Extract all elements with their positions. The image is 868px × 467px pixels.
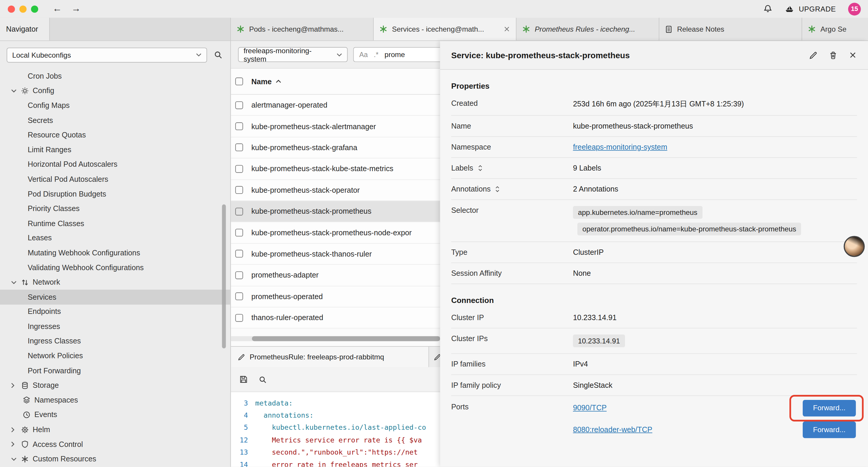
kubeconfig-selector[interactable]: Local Kubeconfigs bbox=[6, 47, 207, 62]
row-checkbox[interactable] bbox=[235, 207, 243, 215]
row-checkbox[interactable] bbox=[235, 271, 243, 279]
table-row[interactable]: prometheus-adapter bbox=[231, 265, 440, 286]
expand-toggle-icon[interactable] bbox=[478, 165, 483, 172]
row-checkbox[interactable] bbox=[235, 101, 243, 109]
window-close-button[interactable] bbox=[8, 5, 15, 12]
column-header-name[interactable]: Name bbox=[251, 77, 281, 85]
sidebar-item-access-control[interactable]: Access Control bbox=[0, 437, 230, 451]
sidebar-item-custom-resources[interactable]: Custom Resources bbox=[0, 451, 230, 466]
sidebar-item-config[interactable]: Config bbox=[0, 83, 230, 98]
chevron-right-icon[interactable] bbox=[11, 442, 17, 447]
sidebar-item-network-policies[interactable]: Network Policies bbox=[0, 348, 230, 363]
row-checkbox[interactable] bbox=[235, 314, 243, 322]
sidebar-item-helm[interactable]: Helm bbox=[0, 422, 230, 437]
table-row[interactable]: kube-prometheus-stack-prometheus bbox=[231, 201, 440, 222]
list-search-input[interactable]: Aa .* prome bbox=[353, 47, 440, 62]
sidebar-item-network[interactable]: Network bbox=[0, 275, 230, 290]
table-row[interactable]: kube-prometheus-stack-kube-state-metrics bbox=[231, 158, 440, 180]
port-link[interactable]: 9090/TCP bbox=[573, 404, 607, 412]
tab-close-icon[interactable] bbox=[503, 25, 510, 32]
tab-prometheus-rules-icecheng[interactable]: Prometheus Rules - icecheng... bbox=[517, 18, 659, 40]
sidebar-item-definitions[interactable]: Definitions bbox=[0, 466, 230, 467]
sidebar-item-ingress-classes[interactable]: Ingress Classes bbox=[0, 334, 230, 348]
window-minimize-button[interactable] bbox=[20, 5, 27, 12]
row-checkbox[interactable] bbox=[235, 122, 243, 130]
chevron-right-icon[interactable] bbox=[11, 382, 17, 388]
row-checkbox[interactable] bbox=[235, 186, 243, 194]
editor-line: 4 annotations: bbox=[231, 409, 440, 421]
sidebar-item-ingresses[interactable]: Ingresses bbox=[0, 319, 230, 334]
select-all-checkbox[interactable] bbox=[235, 78, 243, 85]
chevron-down-icon[interactable] bbox=[11, 281, 17, 284]
navigator-panel-tab[interactable]: Navigator bbox=[0, 18, 50, 40]
tab-argo-se[interactable]: Argo Se bbox=[802, 18, 868, 40]
sidebar-item-storage[interactable]: Storage bbox=[0, 378, 230, 393]
editor-search-icon[interactable] bbox=[258, 375, 267, 383]
notifications-bell-icon[interactable] bbox=[764, 4, 772, 13]
window-zoom-button[interactable] bbox=[31, 5, 38, 12]
upgrade-button[interactable]: UPGRADE bbox=[784, 5, 836, 13]
sidebar-item-events[interactable]: Events bbox=[0, 407, 230, 422]
row-checkbox[interactable] bbox=[235, 165, 243, 173]
namespace-filter[interactable]: freeleaps-monitoring-system bbox=[238, 47, 348, 62]
table-row[interactable]: kube-prometheus-stack-thanos-ruler bbox=[231, 243, 440, 265]
save-icon[interactable] bbox=[239, 375, 248, 384]
table-row[interactable]: prometheus-operated bbox=[231, 286, 440, 308]
row-checkbox[interactable] bbox=[235, 250, 243, 258]
scrollbar-thumb[interactable] bbox=[252, 337, 440, 341]
yaml-editor[interactable]: 3metadata:4 annotations:5 kubectl.kubern… bbox=[231, 392, 440, 467]
match-case-toggle[interactable]: Aa bbox=[359, 51, 368, 58]
back-button[interactable]: ← bbox=[53, 3, 62, 14]
table-row[interactable]: alertmanager-operated bbox=[231, 95, 440, 116]
tab-pods-icecheng-mathmas[interactable]: Pods - icecheng@mathmas... bbox=[231, 18, 373, 40]
row-checkbox[interactable] bbox=[235, 229, 243, 236]
chevron-down-icon[interactable] bbox=[11, 457, 17, 461]
avatar[interactable] bbox=[844, 236, 865, 257]
table-row[interactable]: kube-prometheus-stack-alertmanager bbox=[231, 116, 440, 137]
tab-release-notes[interactable]: Release Notes bbox=[659, 18, 802, 40]
sidebar-item-port-forwarding[interactable]: Port Forwarding bbox=[0, 363, 230, 378]
sidebar-item-config-maps[interactable]: Config Maps bbox=[0, 98, 230, 113]
chevron-right-icon[interactable] bbox=[11, 427, 17, 432]
sidebar-item-services[interactable]: Services bbox=[0, 290, 230, 304]
sidebar-item-vertical-pod-autoscalers[interactable]: Vertical Pod Autoscalers bbox=[0, 172, 230, 186]
row-checkbox[interactable] bbox=[235, 293, 243, 300]
navigator-sidebar: Local Kubeconfigs Cron JobsConfigConfig … bbox=[0, 41, 231, 467]
sidebar-item-mutating-webhook-configurations[interactable]: Mutating Webhook Configurations bbox=[0, 245, 230, 260]
sidebar-item-namespaces[interactable]: Namespaces bbox=[0, 393, 230, 408]
table-row[interactable]: kube-prometheus-stack-operator bbox=[231, 180, 440, 201]
expand-toggle-icon[interactable] bbox=[495, 185, 500, 193]
forward-button[interactable]: → bbox=[71, 3, 81, 14]
port-link[interactable]: 8080:reloader-web/TCP bbox=[573, 425, 652, 434]
notification-count-badge[interactable]: 15 bbox=[848, 2, 861, 15]
regex-toggle[interactable]: .* bbox=[374, 51, 378, 58]
sidebar-item-priority-classes[interactable]: Priority Classes bbox=[0, 201, 230, 216]
sidebar-item-leases[interactable]: Leases bbox=[0, 231, 230, 245]
forward-button[interactable]: Forward... bbox=[803, 400, 856, 416]
table-row[interactable]: kube-prometheus-stack-grafana bbox=[231, 137, 440, 158]
chevron-down-icon[interactable] bbox=[11, 89, 17, 92]
sidebar-item-runtime-classes[interactable]: Runtime Classes bbox=[0, 216, 230, 231]
namespace-link[interactable]: freeleaps-monitoring-system bbox=[573, 143, 667, 151]
dock-tab-next[interactable] bbox=[429, 347, 440, 367]
edit-pencil-icon[interactable] bbox=[809, 51, 818, 59]
horizontal-scrollbar[interactable] bbox=[231, 337, 440, 341]
sidebar-item-secrets[interactable]: Secrets bbox=[0, 113, 230, 128]
row-checkbox[interactable] bbox=[235, 144, 243, 151]
sidebar-item-cron-jobs[interactable]: Cron Jobs bbox=[0, 68, 230, 83]
close-icon[interactable] bbox=[849, 51, 857, 59]
sidebar-item-pod-disruption-budgets[interactable]: Pod Disruption Budgets bbox=[0, 186, 230, 201]
trash-icon[interactable] bbox=[829, 51, 838, 59]
navigator-scrollbar[interactable] bbox=[222, 204, 226, 348]
sidebar-item-horizontal-pod-autoscalers[interactable]: Horizontal Pod Autoscalers bbox=[0, 157, 230, 172]
navigator-search-icon[interactable] bbox=[214, 51, 222, 59]
forward-button[interactable]: Forward... bbox=[803, 421, 856, 438]
sidebar-item-limit-ranges[interactable]: Limit Ranges bbox=[0, 143, 230, 157]
table-row[interactable]: thanos-ruler-operated bbox=[231, 308, 440, 329]
table-row[interactable]: kube-prometheus-stack-prometheus-node-ex… bbox=[231, 222, 440, 243]
sidebar-item-validating-webhook-configurations[interactable]: Validating Webhook Configurations bbox=[0, 260, 230, 275]
sidebar-item-endpoints[interactable]: Endpoints bbox=[0, 304, 230, 319]
sidebar-item-resource-quotas[interactable]: Resource Quotas bbox=[0, 128, 230, 143]
tab-services-icecheng-math[interactable]: Services - icecheng@math... bbox=[374, 18, 517, 40]
dock-tab-prometheusrule[interactable]: PrometheusRule: freeleaps-prod-rabbitmq bbox=[231, 347, 429, 367]
